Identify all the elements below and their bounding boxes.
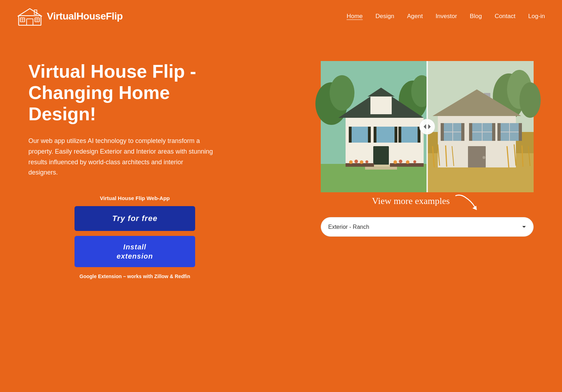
svg-rect-63 — [497, 123, 501, 141]
svg-point-39 — [406, 160, 409, 164]
hero-right: View more examples Exterior - Ranch Exte… — [314, 61, 541, 237]
nav-link-login[interactable]: Log-in — [528, 13, 545, 20]
cta-label: Virtual House Flip Web-App — [28, 195, 241, 201]
view-more-area: View more examples — [314, 192, 541, 210]
comparison-container — [314, 61, 541, 192]
svg-point-40 — [413, 160, 416, 163]
navbar: VirtualHouseFlip Home Design Agent Inves… — [0, 0, 562, 33]
svg-rect-25 — [349, 127, 352, 143]
svg-rect-19 — [351, 127, 369, 143]
nav-link-blog[interactable]: Blog — [470, 13, 482, 20]
svg-point-33 — [349, 160, 353, 164]
svg-rect-60 — [461, 123, 464, 141]
view-more-text: View more examples — [372, 196, 450, 206]
svg-point-36 — [365, 160, 368, 163]
examples-dropdown[interactable]: Exterior - Ranch Exterior - Modern Exter… — [321, 217, 534, 237]
install-extension-button[interactable]: Install extension — [75, 236, 195, 267]
logo-area[interactable]: VirtualHouseFlip — [17, 6, 123, 26]
hero-title: Virtual House Flip - Changing Home Desig… — [28, 61, 241, 125]
svg-point-46 — [519, 82, 541, 118]
svg-rect-24 — [365, 167, 397, 170]
extension-note: Google Extension – works with Zillow & R… — [28, 274, 241, 279]
svg-point-34 — [354, 160, 358, 163]
svg-rect-61 — [469, 123, 472, 141]
svg-point-11 — [330, 75, 354, 111]
curved-arrow-icon — [454, 192, 483, 210]
install-line1: Install — [123, 243, 147, 251]
hero-left: Virtual House Flip - Changing Home Desig… — [28, 61, 241, 279]
nav-item-investor[interactable]: Investor — [436, 13, 457, 20]
svg-rect-59 — [441, 123, 444, 141]
svg-rect-1 — [27, 19, 33, 25]
svg-rect-27 — [374, 127, 376, 143]
comparison-svg — [314, 61, 541, 192]
svg-point-38 — [399, 160, 402, 163]
nav-link-contact[interactable]: Contact — [495, 13, 516, 20]
hero-description: Our web app utilizes AI technology to co… — [28, 136, 213, 178]
svg-rect-20 — [376, 127, 395, 143]
nav-item-agent[interactable]: Agent — [407, 13, 423, 20]
svg-rect-62 — [492, 123, 495, 141]
svg-point-35 — [360, 160, 363, 164]
svg-rect-64 — [519, 123, 522, 141]
nav-item-login[interactable]: Log-in — [528, 13, 545, 20]
svg-point-76 — [419, 119, 435, 134]
house-logo-icon — [17, 6, 43, 26]
svg-rect-17 — [370, 96, 392, 114]
svg-rect-22 — [373, 146, 389, 166]
nav-item-design[interactable]: Design — [375, 13, 394, 20]
nav-item-home[interactable]: Home — [347, 13, 363, 20]
svg-rect-21 — [401, 127, 418, 143]
svg-rect-28 — [395, 127, 397, 143]
nav-link-design[interactable]: Design — [375, 13, 394, 20]
nav-links: Home Design Agent Investor Blog Contact … — [347, 13, 545, 20]
svg-rect-29 — [398, 127, 401, 143]
nav-link-investor[interactable]: Investor — [436, 13, 457, 20]
svg-rect-0 — [19, 16, 41, 25]
nav-item-contact[interactable]: Contact — [495, 13, 516, 20]
logo-text: VirtualHouseFlip — [47, 11, 123, 22]
hero-section: Virtual House Flip - Changing Home Desig… — [0, 33, 562, 300]
nav-item-blog[interactable]: Blog — [470, 13, 482, 20]
install-line2: extension — [117, 252, 153, 260]
nav-link-home[interactable]: Home — [347, 13, 363, 20]
svg-rect-31 — [346, 163, 374, 167]
svg-point-66 — [483, 156, 485, 159]
svg-point-37 — [393, 160, 397, 164]
nav-link-agent[interactable]: Agent — [407, 13, 423, 20]
svg-rect-26 — [368, 127, 371, 143]
try-for-free-button[interactable]: Try for free — [75, 206, 195, 231]
